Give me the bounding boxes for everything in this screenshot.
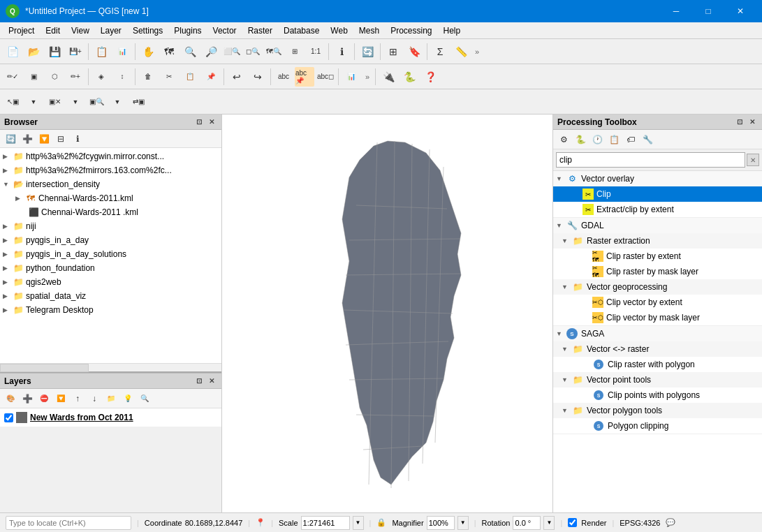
move-feature-button[interactable]: ↕ xyxy=(112,67,132,87)
save-as-button[interactable]: 💾+ xyxy=(66,42,85,61)
measure-button[interactable]: 📏 xyxy=(451,42,471,61)
toolbox-item-clip-vector-mask[interactable]: ✂⬡ Clip vector by mask layer xyxy=(553,310,762,325)
plugins-icon[interactable]: 🔌 xyxy=(379,67,398,87)
browser-filter-button[interactable]: 🔽 xyxy=(36,131,52,147)
toolbox-python-button[interactable]: 🐍 xyxy=(573,132,588,147)
show-hide-labels-button[interactable]: abc◻ xyxy=(316,67,335,87)
vector-geoprocessing-header[interactable]: ▼ 📁 Vector geoprocessing xyxy=(553,279,762,295)
locate-input[interactable] xyxy=(6,516,131,530)
menu-database[interactable]: Database xyxy=(278,24,325,37)
tree-item-kml1[interactable]: ▶ 🗺 Chennai-Wards-2011.kml xyxy=(0,191,221,205)
filter-dropdown-button[interactable]: ▼ xyxy=(108,92,127,112)
layer-up-button[interactable]: ↑ xyxy=(70,391,85,406)
menu-project[interactable]: Project xyxy=(3,24,40,37)
browser-h-scrollbar[interactable] xyxy=(0,363,221,371)
remove-layer-button[interactable]: ⛔ xyxy=(36,391,52,406)
browser-add-button[interactable]: ➕ xyxy=(20,131,35,147)
add-feature-button[interactable]: ✏+ xyxy=(66,67,85,87)
open-layer-styling-button[interactable]: 🎨 xyxy=(3,391,18,406)
bookmarks-button[interactable]: 🔖 xyxy=(404,42,424,61)
zoom-native-button[interactable]: 1:1 xyxy=(306,42,325,61)
deselect-dropdown-button[interactable]: ▼ xyxy=(66,92,85,112)
tree-item-kml2[interactable]: ⬛ Chennai-Wards-2011 .kml xyxy=(0,205,221,219)
tree-item-http2[interactable]: ▶ 📁 http%3a%2f%2fmirrors.163.com%2fc... xyxy=(0,163,221,177)
toolbox-search-input[interactable] xyxy=(556,152,745,168)
browser-refresh-button[interactable]: 🔄 xyxy=(3,131,18,147)
select-dropdown-button[interactable]: ▼ xyxy=(24,92,43,112)
add-layer-button[interactable]: ➕ xyxy=(20,391,35,406)
help-button[interactable]: ❓ xyxy=(420,67,440,87)
zoom-selection-button[interactable]: ◻🔍 xyxy=(243,42,263,61)
saga-group-header[interactable]: ▼ S SAGA xyxy=(553,326,762,341)
new-project-button[interactable]: 📄 xyxy=(3,42,22,61)
pan-tool-button[interactable]: ✋ xyxy=(138,42,158,61)
toolbox-history-button[interactable]: 🕐 xyxy=(589,132,605,147)
menu-web[interactable]: Web xyxy=(325,24,353,37)
vector-overlay-group-header[interactable]: ▼ ⚙ Vector overlay xyxy=(553,171,762,186)
epsg-display[interactable]: EPSG:4326 xyxy=(620,519,660,527)
identify-button[interactable]: ℹ xyxy=(332,42,351,61)
statistics-button[interactable]: Σ xyxy=(430,42,450,61)
render-checkbox[interactable] xyxy=(568,518,577,527)
toolbox-item-clip[interactable]: ✂ Clip xyxy=(553,186,762,202)
menu-view[interactable]: View xyxy=(66,24,95,37)
layers-float-button[interactable]: ⊡ xyxy=(193,376,205,387)
print-layout-button[interactable]: 📋 xyxy=(91,42,111,61)
browser-close-button[interactable]: ✕ xyxy=(206,117,217,128)
magnifier-input[interactable] xyxy=(427,516,455,530)
cut-features-button[interactable]: ✂ xyxy=(159,67,179,87)
browser-collapse-button[interactable]: ⊟ xyxy=(53,131,68,147)
browser-info-button[interactable]: ℹ xyxy=(70,131,85,147)
menu-mesh[interactable]: Mesh xyxy=(353,24,385,37)
close-button[interactable]: ✕ xyxy=(724,0,756,22)
pan-to-selected-button[interactable]: 🗺 xyxy=(159,42,179,61)
rotation-input[interactable] xyxy=(513,516,541,530)
toolbox-float-button[interactable]: ⊡ xyxy=(734,117,745,128)
zoom-in-button[interactable]: 🔍 xyxy=(180,42,200,61)
open-layer-properties-button[interactable]: 🔽 xyxy=(53,391,68,406)
gdal-group-header[interactable]: ▼ 🔧 GDAL xyxy=(553,218,762,233)
report-button[interactable]: 📊 xyxy=(112,42,132,61)
tree-item-niji[interactable]: ▶ 📁 niji xyxy=(0,219,221,233)
refresh-button[interactable]: 🔄 xyxy=(358,42,377,61)
filter-layer-button[interactable]: 🔍 xyxy=(137,391,152,406)
minimize-button[interactable]: ─ xyxy=(660,0,692,22)
tree-item-qgis2web[interactable]: ▶ 📁 qgis2web xyxy=(0,275,221,289)
layer-visible-checkbox[interactable] xyxy=(4,413,13,422)
delete-selected-button[interactable]: 🗑 xyxy=(138,67,158,87)
toolbox-help-button[interactable]: 🔧 xyxy=(640,132,655,147)
dig-more-button[interactable]: » xyxy=(362,71,372,82)
layer-down-button[interactable]: ↓ xyxy=(87,391,102,406)
toolbox-item-polygon-clipping[interactable]: S Polygon clipping xyxy=(553,418,762,434)
filter-select-button[interactable]: ▣🔍 xyxy=(87,92,106,112)
vector-point-tools-header[interactable]: ▼ 📁 Vector point tools xyxy=(553,372,762,387)
maximize-button[interactable]: □ xyxy=(692,0,724,22)
zoom-full-button[interactable]: ⊞ xyxy=(285,42,305,61)
select-tool-button[interactable]: ↖▣ xyxy=(3,92,22,112)
toolbox-settings-button[interactable]: ⚙ xyxy=(556,132,571,147)
show-tips-button[interactable]: 💡 xyxy=(120,391,135,406)
label-tool-button[interactable]: abc xyxy=(274,67,293,87)
save-project-button[interactable]: 💾 xyxy=(45,42,64,61)
tree-item-python[interactable]: ▶ 📁 python_foundation xyxy=(0,261,221,275)
scale-dropdown-button[interactable]: ▼ xyxy=(353,516,364,530)
toolbox-item-clip-raster-extent[interactable]: ✂🗺 Clip raster by extent xyxy=(553,249,762,264)
raster-extraction-header[interactable]: ▼ 📁 Raster extraction xyxy=(553,233,762,249)
undo-button[interactable]: ↩ xyxy=(227,67,247,87)
toolbox-options-button[interactable]: 🏷 xyxy=(623,132,638,147)
redo-button[interactable]: ↪ xyxy=(248,67,268,87)
tree-item-http1[interactable]: ▶ 📁 http%3a%2f%2fcygwin.mirror.const... xyxy=(0,149,221,163)
toolbar-more-button[interactable]: » xyxy=(472,46,482,57)
group-layers-button[interactable]: 📁 xyxy=(103,391,119,406)
invert-select-button[interactable]: ⇄▣ xyxy=(129,92,148,112)
zoom-rubber-band-button[interactable]: ⬜🔍 xyxy=(222,42,242,61)
zoom-layer-button[interactable]: 🗺🔍 xyxy=(264,42,284,61)
map-area[interactable] xyxy=(222,114,552,512)
tree-item-spatial[interactable]: ▶ 📁 spatial_data_viz xyxy=(0,289,221,303)
deselect-button[interactable]: ▣✕ xyxy=(45,92,64,112)
menu-vector[interactable]: Vector xyxy=(207,24,242,37)
scale-input[interactable] xyxy=(301,516,350,530)
vector-raster-header[interactable]: ▼ 📁 Vector <-> raster xyxy=(553,341,762,357)
tree-item-pyqgis[interactable]: ▶ 📁 pyqgis_in_a_day xyxy=(0,233,221,247)
tree-item-pyqgis-solutions[interactable]: ▶ 📁 pyqgis_in_a_day_solutions xyxy=(0,247,221,261)
